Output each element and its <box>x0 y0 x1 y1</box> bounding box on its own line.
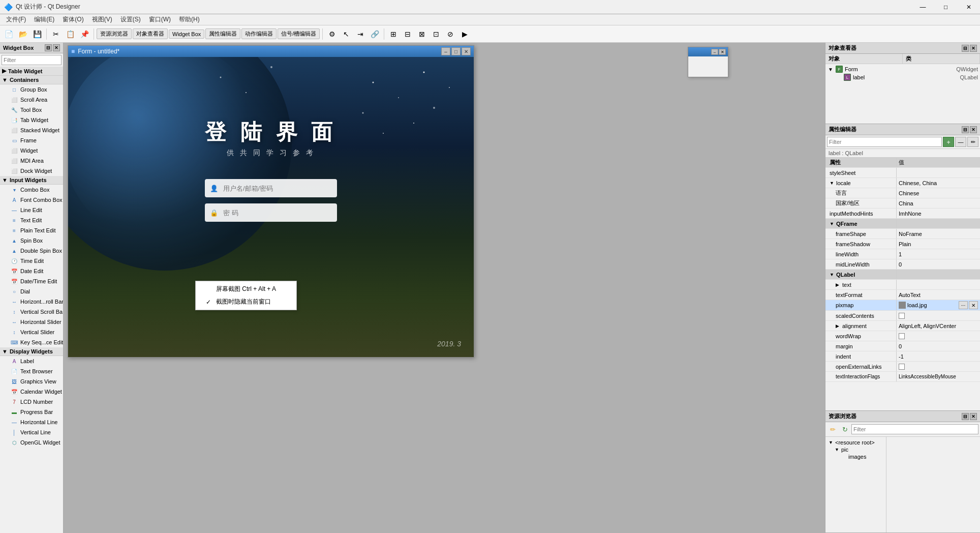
menu-file[interactable]: 文件(F) <box>2 14 30 25</box>
widget-item-v-slider[interactable]: ↕ Vertical Slider <box>0 327 63 337</box>
bg-win-btn-minimize[interactable]: – <box>711 49 718 55</box>
widget-item-text-edit[interactable]: ≡ Text Edit <box>0 215 63 225</box>
prop-row-midline-width[interactable]: midLineWidth 0 <box>825 259 980 270</box>
resource-reload-btn[interactable]: ↻ <box>839 424 850 435</box>
text-expand-icon[interactable]: ▶ <box>836 282 841 287</box>
widget-item-key-seq-edit[interactable]: ⌨ Key Seq...ce Edit <box>0 337 63 347</box>
prop-row-country[interactable]: 国家/地区 China <box>825 198 980 209</box>
property-editor-close-btn[interactable]: ✕ <box>970 126 977 133</box>
widget-item-opengl[interactable]: ⬡ OpenGL Widget <box>0 437 63 448</box>
form-maximize-button[interactable]: □ <box>451 47 461 55</box>
widget-item-h-scrollbar[interactable]: ↔ Horizont...roll Bar <box>0 297 63 307</box>
resource-filter-input[interactable] <box>851 424 978 434</box>
toolbar-signal-editor[interactable]: 信号/槽编辑器 <box>278 28 320 39</box>
toolbar-widget-box[interactable]: Widget Box <box>169 29 204 39</box>
widget-item-dial[interactable]: ○ Dial <box>0 286 63 297</box>
widget-item-h-slider[interactable]: ↔ Horizontal Slider <box>0 317 63 327</box>
property-filter-options-btn[interactable]: ✏ <box>967 137 978 147</box>
prop-row-language[interactable]: 语言 Chinese <box>825 188 980 198</box>
widget-item-group-box[interactable]: □ Group Box <box>0 84 63 95</box>
form-close-button[interactable]: ✕ <box>462 47 471 55</box>
maximize-button[interactable]: □ <box>934 0 957 14</box>
widget-item-font-combo-box[interactable]: A Font Combo Box <box>0 195 63 205</box>
res-tree-root[interactable]: ▼ <resource root> <box>828 439 884 446</box>
prop-row-pixmap[interactable]: pixmap load.jpg ··· ✕ <box>825 300 980 311</box>
locale-expand-icon[interactable]: ▼ <box>830 181 835 186</box>
widget-item-spin-box[interactable]: ▲ Spin Box <box>0 235 63 246</box>
qframe-expand-icon[interactable]: ▼ <box>830 221 835 226</box>
widget-item-mdi-area[interactable]: ⬜ MDI Area <box>0 156 63 166</box>
widget-item-datetime-edit[interactable]: 📅 Date/Time Edit <box>0 276 63 286</box>
pixmap-pick-button[interactable]: ··· <box>959 301 968 309</box>
toolbar-property-editor[interactable]: 属性编辑器 <box>205 28 240 39</box>
toolbar-object-viewer[interactable]: 对象查看器 <box>133 28 168 39</box>
widget-category-input[interactable]: ▼ Input Widgets <box>0 176 63 185</box>
prop-row-text-format[interactable]: textFormat AutoText <box>825 290 980 300</box>
toolbar-save-button[interactable]: 💾 <box>30 27 44 41</box>
widget-box-float-button[interactable]: ⊟ <box>45 44 52 51</box>
toolbar-layout-g[interactable]: ⊠ <box>415 27 428 41</box>
toolbar-layout-f[interactable]: ⊡ <box>430 27 443 41</box>
username-input[interactable] <box>205 179 337 197</box>
menu-window[interactable]: 窗口(W) <box>145 14 175 25</box>
prop-row-indent[interactable]: indent -1 <box>825 351 980 362</box>
widget-item-combo-box[interactable]: ▾ Combo Box <box>0 185 63 195</box>
toolbar-resource-browser[interactable]: 资源浏览器 <box>97 28 132 39</box>
menu-view[interactable]: 视图(V) <box>88 14 116 25</box>
widget-item-widget[interactable]: ⬜ Widget <box>0 145 63 156</box>
widget-item-double-spin-box[interactable]: ▲ Double Spin Box <box>0 246 63 256</box>
prop-row-stylesheet[interactable]: styleSheet <box>825 168 980 178</box>
widget-item-stacked-widget[interactable]: ⬜ Stacked Widget <box>0 125 63 135</box>
widget-item-frame[interactable]: ▭ Frame <box>0 135 63 145</box>
property-filter-add-btn[interactable]: + <box>943 137 954 147</box>
minimize-button[interactable]: — <box>911 0 934 14</box>
obj-tree-label[interactable]: L label QLabel <box>828 73 978 81</box>
property-filter-input[interactable] <box>827 137 942 147</box>
widget-item-tab-widget[interactable]: 📑 Tab Widget <box>0 115 63 125</box>
close-button[interactable]: ✕ <box>957 0 980 14</box>
widget-item-dock-widget[interactable]: ⬜ Dock Widget <box>0 166 63 176</box>
prop-row-margin[interactable]: margin 0 <box>825 341 980 351</box>
context-menu-hide-window[interactable]: ✓ 截图时隐藏当前窗口 <box>196 295 296 308</box>
password-input[interactable] <box>205 203 337 222</box>
prop-row-text[interactable]: ▶ text <box>825 280 980 290</box>
pixmap-clear-button[interactable]: ✕ <box>969 301 978 309</box>
res-tree-images[interactable]: images <box>828 453 884 460</box>
widget-item-h-line[interactable]: — Horizontal Line <box>0 417 63 427</box>
widget-item-label[interactable]: A Label <box>0 356 63 366</box>
res-tree-pic[interactable]: ▼ pic <box>828 446 884 453</box>
toolbar-layout-h[interactable]: ⊞ <box>387 27 400 41</box>
widget-item-date-edit[interactable]: 📅 Date Edit <box>0 266 63 276</box>
toolbar-tab-order[interactable]: ⇥ <box>354 27 367 41</box>
menu-help[interactable]: 帮助(H) <box>175 14 204 25</box>
context-menu-screenshot[interactable]: 屏幕截图 Ctrl + Alt + A <box>196 283 296 295</box>
prop-row-line-width[interactable]: lineWidth 1 <box>825 249 980 259</box>
widget-category-display[interactable]: ▼ Display Widgets <box>0 347 63 356</box>
bg-win-btn-close[interactable]: ✕ <box>719 49 726 55</box>
resource-browser-float-btn[interactable]: ⊟ <box>962 413 969 420</box>
widget-category-table[interactable]: ▶ Table Widget <box>0 67 63 76</box>
toolbar-copy-button[interactable]: 📋 <box>64 27 77 41</box>
prop-row-frame-shape[interactable]: frameShape NoFrame <box>825 229 980 239</box>
prop-row-open-links[interactable]: openExternalLinks <box>825 362 980 372</box>
widget-item-graphics-view[interactable]: 🖼 Graphics View <box>0 376 63 387</box>
widget-category-containers[interactable]: ▼ Containers <box>0 76 63 84</box>
widget-item-progress-bar[interactable]: ▬ Progress Bar <box>0 407 63 417</box>
toolbar-select-mode[interactable]: ↖ <box>340 27 353 41</box>
toolbar-cut-button[interactable]: ✂ <box>49 27 63 41</box>
widget-item-lcd-number[interactable]: 7 LCD Number <box>0 397 63 407</box>
prop-row-scaled-contents[interactable]: scaledContents <box>825 311 980 321</box>
widget-item-text-browser[interactable]: 📄 Text Browser <box>0 366 63 376</box>
property-filter-mode-btn[interactable]: — <box>955 137 966 147</box>
open-links-checkbox[interactable] <box>899 364 905 370</box>
prop-row-text-interaction[interactable]: textInteractionFlags LinksAccessibleByMo… <box>825 372 980 382</box>
widget-box-close-button[interactable]: ✕ <box>53 44 60 51</box>
prop-row-frame-shadow[interactable]: frameShadow Plain <box>825 239 980 249</box>
widget-item-tool-box[interactable]: 🔧 Tool Box <box>0 105 63 115</box>
toolbar-edit-mode[interactable]: ⚙ <box>325 27 339 41</box>
scaled-contents-checkbox[interactable] <box>899 313 905 319</box>
object-inspector-close-btn[interactable]: ✕ <box>970 45 977 52</box>
widget-search-input[interactable] <box>2 55 62 65</box>
widget-item-plain-text-edit[interactable]: ≡ Plain Text Edit <box>0 225 63 235</box>
toolbar-new-button[interactable]: 📄 <box>2 27 15 41</box>
